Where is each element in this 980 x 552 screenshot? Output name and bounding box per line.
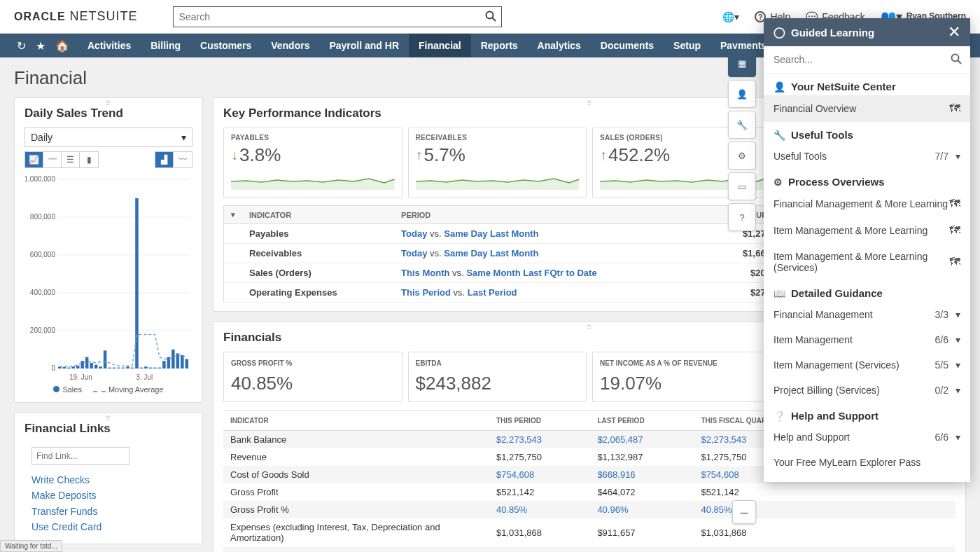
gl-help-icon[interactable]: ? (728, 203, 756, 231)
gl-item-financial-overview[interactable]: Financial Overview🗺 (764, 95, 970, 122)
nav-analytics[interactable]: Analytics (528, 34, 591, 57)
gl-item-fm[interactable]: Financial Management3/3▾ (764, 302, 970, 327)
chevron-down-icon: ▾ (181, 132, 186, 143)
fin-tp[interactable]: 40.85% (489, 501, 590, 518)
gl-item-pb[interactable]: Project Billing (Services)0/2▾ (764, 378, 970, 403)
home-icon[interactable]: 🏠 (55, 39, 69, 53)
chevron-down-icon: ▾ (955, 385, 960, 396)
nav-activities[interactable]: Activities (78, 34, 141, 57)
kpi-label: RECEIVABLES (416, 134, 580, 142)
svg-rect-41 (181, 355, 184, 368)
fin-indicator: EBITDA (223, 546, 489, 552)
fin-lp[interactable]: $2,065,487 (590, 431, 694, 449)
fin-tp[interactable]: $754,608 (489, 466, 590, 483)
gl-item-fm-learning[interactable]: Financial Management & More Learning🗺 (764, 191, 970, 217)
nav-billing[interactable]: Billing (141, 34, 190, 57)
map-icon: 🗺 (949, 198, 960, 210)
fin-row[interactable]: Expenses (excluding Interest, Tax, Depre… (223, 518, 955, 546)
flinks-title: Financial Links (24, 422, 192, 436)
fin-row[interactable]: EBITDA $243,882 $221,331 $243,882 (223, 546, 955, 552)
close-icon[interactable]: ✕ (948, 23, 960, 41)
nav-customers[interactable]: Customers (190, 34, 261, 57)
period-link[interactable]: This Period (401, 287, 451, 298)
gl-flow-icon[interactable]: ⚙ (728, 142, 756, 170)
fin-row[interactable]: Gross Profit % 40.85% 40.96% 40.85% (223, 501, 955, 518)
svg-rect-20 (85, 357, 89, 368)
list-icon[interactable]: ☰ (62, 152, 80, 167)
gl-item-im[interactable]: Item Management6/6▾ (764, 327, 970, 352)
fin-lp[interactable]: $221,331 (590, 546, 694, 552)
svg-rect-28 (122, 368, 125, 368)
nav-vendors[interactable]: Vendors (261, 34, 319, 57)
fin-fq[interactable]: $243,882 (694, 546, 921, 552)
search-input[interactable] (173, 6, 502, 27)
favorites-icon[interactable]: ★ (36, 39, 46, 53)
nav-payroll-and-hr[interactable]: Payroll and HR (319, 34, 409, 57)
flink-use-credit-card[interactable]: Use Credit Card (31, 519, 192, 534)
gl-item-help[interactable]: Help and Support6/6▾ (764, 425, 970, 450)
nav-financial[interactable]: Financial (409, 34, 471, 57)
period-link[interactable]: Today (401, 228, 427, 239)
gl-item-im-services[interactable]: Item Management & More Learning (Service… (764, 244, 970, 280)
find-link-input[interactable] (31, 447, 130, 465)
flink-transfer-funds[interactable]: Transfer Funds (31, 504, 192, 519)
period-link[interactable]: Last Period (468, 287, 517, 298)
search-icon[interactable] (485, 11, 496, 25)
gl-collapse-button[interactable]: – (732, 500, 756, 524)
fin-card[interactable]: GROSS PROFIT % 40.85% (223, 352, 402, 402)
svg-rect-32 (140, 368, 144, 368)
language-icon[interactable]: 🌐▾ (722, 11, 739, 22)
fin-fq: $521,142 (694, 483, 921, 501)
period-link[interactable]: Same Day Last Month (444, 248, 538, 258)
period-link[interactable]: Same Month Last FQtr to Date (466, 268, 596, 278)
gl-item-im-learning[interactable]: Item Management & More Learning🗺 (764, 217, 970, 244)
nav-reports[interactable]: Reports (471, 34, 528, 57)
line-only-icon[interactable]: 〰 (174, 152, 192, 167)
fin-tp[interactable]: $2,273,543 (489, 431, 590, 449)
nav-documents[interactable]: Documents (591, 34, 664, 57)
arrow-icon: ↑ (600, 147, 607, 163)
fin-fq[interactable]: 40.85% (694, 501, 921, 518)
global-search[interactable] (173, 6, 502, 27)
period-link[interactable]: Same Day Last Month (444, 228, 538, 239)
bar-chart-icon[interactable]: ▮ (80, 152, 98, 167)
trend-period-select[interactable]: Daily▾ (24, 127, 192, 147)
period-link[interactable]: This Month (401, 268, 449, 278)
gl-grid-icon[interactable]: ▦ (728, 49, 756, 77)
period-link[interactable]: Today (401, 248, 427, 258)
drag-handle-icon[interactable]: ⠿ (106, 415, 112, 422)
kpi-card[interactable]: PAYABLES ↓3.8% (223, 127, 402, 198)
guided-learning-panel: ◯ Guided Learning ✕ 👤Your NetSuite Cente… (764, 18, 970, 482)
fin-lp: $1,132,987 (590, 448, 694, 466)
gl-search-input[interactable] (764, 46, 970, 73)
gl-item-im-svc[interactable]: Item Management (Services)5/5▾ (764, 352, 970, 378)
flink-make-deposits[interactable]: Make Deposits (31, 488, 192, 503)
flink-write-checks[interactable]: Write Checks (31, 472, 192, 488)
gl-wrench-icon[interactable]: 🔧 (728, 111, 756, 139)
nav-setup[interactable]: Setup (664, 34, 710, 57)
th-this-period: THIS PERIOD (489, 411, 590, 431)
financial-links-panel: ⠿ Financial Links Write ChecksMake Depos… (14, 413, 203, 544)
drag-handle-icon[interactable]: ⠿ (587, 324, 593, 331)
drag-handle-icon[interactable]: ⠿ (587, 99, 593, 107)
fin-card[interactable]: NET INCOME AS A % OF REVENUE 19.07% (592, 352, 771, 402)
line-chart-icon[interactable]: 〰 (43, 152, 62, 167)
area-chart-icon[interactable]: 📈 (25, 152, 43, 167)
drag-handle-icon[interactable]: ⠿ (106, 99, 112, 107)
fin-lp[interactable]: $668,916 (590, 466, 694, 483)
gl-book-icon[interactable]: ▭ (728, 172, 756, 200)
fin-card[interactable]: EBITDA $243,882 (408, 352, 587, 402)
fin-row[interactable]: Gross Profit $521,142 $464,072 $521,142 (223, 483, 955, 501)
fin-lp[interactable]: 40.96% (590, 501, 694, 518)
gl-item-useful-tools[interactable]: Useful Tools7/7▾ (764, 144, 970, 169)
fin-tp[interactable]: $243,882 (489, 546, 590, 552)
search-icon[interactable] (951, 53, 962, 67)
area-fill-icon[interactable]: ▟ (155, 152, 174, 167)
gl-user-icon[interactable]: 👤 (728, 80, 756, 108)
sales-chart: 0200,000400,000600,000800,0001,000,00019… (24, 172, 192, 382)
recent-icon[interactable]: ↻ (17, 39, 26, 53)
gl-item-mylearn[interactable]: Your Free MyLearn Explorer Pass (764, 450, 970, 475)
kpi-card[interactable]: RECEIVABLES ↑5.7% (408, 127, 587, 198)
fin-extra (921, 518, 955, 546)
collapse-icon[interactable]: ▾ (231, 210, 235, 219)
